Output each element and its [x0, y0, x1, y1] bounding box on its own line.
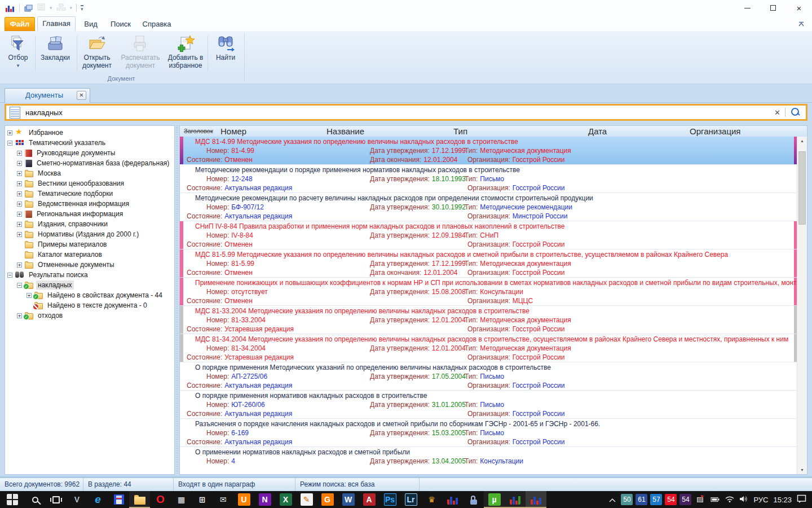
tree-item[interactable]: + Ведомственная информация — [5, 199, 174, 209]
start-button[interactable] — [0, 491, 25, 508]
expand-toggle-icon[interactable]: + — [17, 181, 22, 186]
task-view-icon[interactable] — [46, 491, 67, 508]
tray-expand-icon[interactable] — [609, 494, 616, 505]
volume-icon[interactable] — [739, 494, 748, 505]
store-icon[interactable]: ⊞ — [192, 491, 213, 508]
expand-toggle-icon[interactable]: + — [17, 262, 22, 268]
expand-toggle-icon[interactable]: + — [17, 202, 22, 207]
tree-item[interactable]: + Найдено в свойствах документа - 44 — [5, 290, 174, 300]
bookmarks-button[interactable]: Закладки — [37, 33, 73, 82]
table-row[interactable]: Разъяснения о порядке начисления накладн… — [180, 419, 797, 447]
photoshop-icon[interactable]: Ps — [379, 491, 400, 508]
tree-item[interactable]: + отходов — [5, 310, 174, 321]
column-header-number[interactable]: Номер — [220, 126, 246, 137]
expand-toggle-icon[interactable]: + — [17, 151, 22, 156]
expand-toggle-icon[interactable]: + — [17, 222, 22, 227]
stroyconsultant-icon[interactable] — [442, 491, 463, 508]
expand-toggle-icon[interactable]: + — [17, 232, 22, 237]
expand-toggle-icon[interactable]: + — [17, 191, 22, 196]
collapse-ribbon-icon[interactable] — [796, 20, 806, 29]
tab-documents[interactable]: Документы ✕ — [5, 88, 90, 103]
expand-toggle-icon[interactable]: − — [17, 283, 22, 288]
table-row[interactable]: МДС 81-33.2004 Методические указания по … — [180, 306, 797, 334]
restore-button[interactable] — [760, 0, 786, 16]
lock-app-icon[interactable] — [463, 491, 484, 508]
action-center-icon[interactable] — [797, 494, 806, 505]
tree-item[interactable]: + Руководящие документы — [5, 148, 174, 158]
customize-toolbar-icon[interactable]: ▾ — [81, 5, 83, 11]
expand-toggle-icon[interactable]: − — [7, 273, 12, 278]
clear-search-icon[interactable]: ✕ — [770, 108, 785, 117]
bookmarks-quick-icon[interactable] — [24, 4, 33, 12]
table-row[interactable]: МДС 81-4.99 Методические указания по опр… — [180, 137, 797, 165]
tree-item[interactable]: + Тематические подборки — [5, 189, 174, 199]
tab-home[interactable]: Главная — [37, 16, 76, 32]
lightroom-icon[interactable]: Lr — [400, 491, 421, 508]
tray-badge[interactable]: 50 — [621, 494, 633, 505]
notepad-icon[interactable]: ✎ — [296, 491, 317, 508]
kmplayer-icon[interactable]: ♛ — [421, 491, 442, 508]
tree-item[interactable]: − Тематический указатель — [5, 138, 174, 148]
panel-splitter[interactable] — [175, 125, 179, 475]
close-tab-icon[interactable]: ✕ — [77, 91, 86, 100]
tree-item[interactable]: Каталог материалов — [5, 249, 174, 260]
tray-badge[interactable]: 61 — [636, 494, 647, 505]
expand-toggle-icon[interactable]: + — [17, 212, 22, 217]
add-favorite-button[interactable]: Добавить в избранное — [165, 33, 206, 82]
vertical-scrollbar[interactable]: ▲ ▼ — [797, 137, 807, 474]
tree-item[interactable]: + Вестники ценообразования — [5, 178, 174, 189]
table-row[interactable]: О применении нормативов накладных расход… — [180, 447, 797, 474]
table-row[interactable]: Применение понижающих и повышающих коэфф… — [180, 278, 797, 306]
word-icon[interactable]: W — [338, 491, 359, 508]
tree-item[interactable]: + Сметно-нормативная база (федеральная) — [5, 158, 174, 168]
wifi-icon[interactable] — [725, 494, 734, 505]
g-app-icon[interactable]: G — [317, 491, 338, 508]
table-row[interactable]: МДС 81-5.99 Методические указания по опр… — [180, 249, 797, 278]
search-bar[interactable]: накладных ✕ — [5, 104, 807, 121]
uc-browser-icon[interactable]: U — [233, 491, 254, 508]
scrollbar-thumb[interactable] — [798, 151, 806, 225]
taskbar-search-icon[interactable] — [25, 491, 46, 508]
chart-app-icon[interactable] — [526, 491, 546, 508]
find-button[interactable]: Найти — [210, 33, 241, 82]
tree-item[interactable]: + Москва — [5, 168, 174, 178]
tree-item[interactable]: + Отмененные документы — [5, 260, 174, 270]
filter-button[interactable]: Отбор ▼ — [3, 33, 33, 82]
table-row[interactable]: СНиП IV-8-84 Правила разработки и примен… — [180, 221, 797, 249]
table-row[interactable]: О порядке применения нормативов накладны… — [180, 391, 797, 419]
close-button[interactable]: × — [786, 0, 812, 16]
tree-item[interactable]: + Избранное — [5, 128, 174, 138]
search-icon[interactable] — [791, 108, 799, 116]
file-explorer-icon[interactable] — [129, 491, 150, 508]
onenote-icon[interactable]: N — [254, 491, 275, 508]
search-input[interactable]: накладных — [25, 108, 770, 117]
expand-toggle-icon[interactable]: + — [17, 171, 22, 176]
tree-item[interactable]: + Нормативы (Издания до 2000 г.) — [5, 229, 174, 239]
tray-badge[interactable]: 57 — [650, 494, 662, 505]
excel-icon[interactable]: X — [275, 491, 296, 508]
language-indicator[interactable]: РУС — [753, 496, 768, 504]
minimize-button[interactable] — [734, 0, 760, 16]
scroll-up-icon[interactable]: ▲ — [797, 137, 807, 145]
floppy-app-icon[interactable] — [108, 491, 129, 508]
tray-badge[interactable]: 54 — [679, 494, 691, 505]
tab-help[interactable]: Справка — [139, 17, 175, 31]
chart-app-green-icon[interactable] — [505, 491, 526, 508]
tree-item[interactable]: − накладных — [5, 280, 174, 290]
autocad-icon[interactable]: A — [359, 491, 379, 508]
expand-toggle-icon[interactable]: + — [17, 161, 22, 166]
tree-item[interactable]: + Издания, справочники — [5, 219, 174, 229]
tree-item[interactable]: Найдено в тексте документа - 0 — [5, 300, 174, 310]
mail-icon[interactable]: ✉ — [213, 491, 233, 508]
expand-toggle-icon[interactable]: + — [27, 293, 32, 298]
tree-item[interactable]: Примеры материалов — [5, 239, 174, 249]
table-row[interactable]: МДС 81-34.2004 Методические указания по … — [180, 334, 797, 362]
clock[interactable]: 15:23 — [773, 496, 792, 504]
table-row[interactable]: Методические рекомендации о порядке прим… — [180, 165, 797, 193]
tab-file[interactable]: Файл — [5, 17, 35, 31]
scroll-down-icon[interactable]: ▼ — [797, 466, 807, 474]
expand-toggle-icon[interactable]: + — [7, 130, 12, 135]
expand-toggle-icon[interactable]: − — [7, 141, 12, 146]
edge-icon[interactable]: e — [87, 491, 108, 508]
tray-badge[interactable]: 54 — [665, 494, 677, 505]
